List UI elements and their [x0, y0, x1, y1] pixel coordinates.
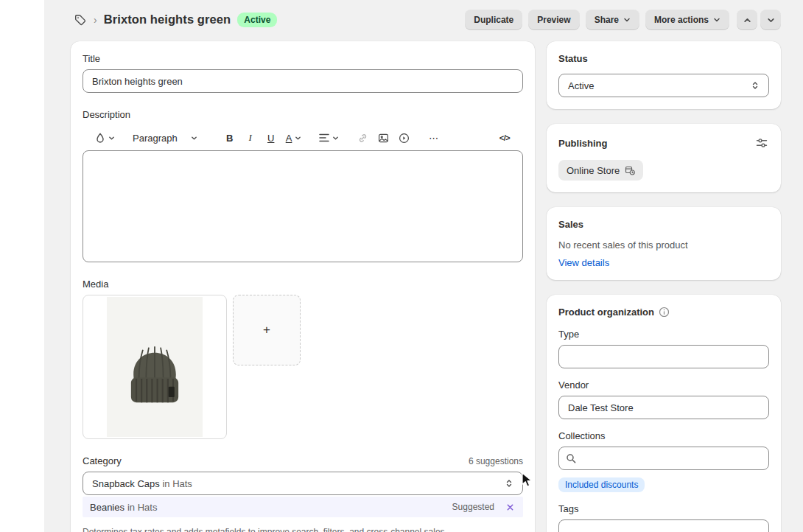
category-help-text: Determines tax rates and adds metafields… — [83, 527, 523, 532]
chevron-down-icon — [767, 16, 775, 24]
next-product-button[interactable] — [760, 10, 781, 30]
preview-button[interactable]: Preview — [528, 10, 579, 30]
video-icon — [399, 133, 410, 144]
manage-publishing-button[interactable] — [754, 136, 769, 150]
included-discounts-chip[interactable]: Included discounts — [558, 477, 645, 492]
chevron-down-icon — [332, 135, 339, 141]
sales-card: Sales No recent sales of this product Vi… — [547, 207, 781, 280]
schedule-icon — [625, 165, 635, 175]
tag-icon — [74, 13, 87, 27]
show-html-button[interactable]: </> — [495, 128, 514, 147]
chevron-down-icon — [191, 135, 197, 141]
vendor-field: Vendor — [558, 379, 769, 419]
text-color-letter: A — [286, 133, 292, 144]
page-header: › Brixton heights green Active Duplicate… — [0, 0, 803, 40]
category-suggestion-row[interactable]: Beanies in Hats Suggested — [83, 497, 523, 517]
format-style-button[interactable] — [91, 128, 119, 147]
suggestion-value: Beanies — [90, 502, 125, 513]
chevron-down-icon — [295, 135, 301, 141]
add-media-button[interactable]: + — [233, 295, 301, 365]
tags-input[interactable] — [558, 519, 769, 532]
title-field: Title — [83, 53, 523, 93]
format-icon — [95, 133, 105, 143]
more-formatting-button[interactable]: ⋯ — [424, 128, 443, 147]
status-select[interactable]: Active — [558, 74, 769, 97]
previous-product-button[interactable] — [737, 10, 757, 30]
publishing-card: Publishing Online Store — [547, 124, 781, 192]
insert-link-button[interactable] — [353, 128, 372, 147]
publishing-card-title: Publishing — [558, 138, 607, 149]
description-editor[interactable] — [83, 150, 523, 262]
sales-card-title: Sales — [558, 219, 769, 230]
collections-search-input[interactable] — [558, 447, 769, 470]
channel-name: Online Store — [567, 165, 620, 176]
category-value: Snapback Caps — [92, 478, 160, 489]
select-caret-icon — [751, 81, 760, 90]
link-icon — [357, 133, 368, 144]
media-label: Media — [83, 279, 523, 290]
online-store-channel-pill[interactable]: Online Store — [558, 160, 643, 181]
status-badge: Active — [237, 13, 277, 27]
align-left-icon — [319, 133, 329, 142]
left-sidebar-strip — [0, 0, 44, 532]
sidebar: Status Active Publishing — [547, 41, 781, 532]
media-list: + — [83, 295, 523, 439]
title-label: Title — [83, 53, 523, 64]
suggestion-context: in Hats — [127, 502, 157, 513]
collections-label: Collections — [558, 430, 769, 441]
alignment-button[interactable] — [315, 128, 343, 147]
suggested-badge: Suggested — [452, 502, 494, 512]
type-label: Type — [558, 329, 769, 340]
product-details-card: Title Description Paragraph — [71, 41, 535, 532]
breadcrumb-separator: › — [94, 14, 97, 26]
category-suggestions-link[interactable]: 6 suggestions — [469, 456, 523, 466]
more-actions-button[interactable]: More actions — [645, 10, 729, 30]
category-context: in Hats — [162, 478, 192, 489]
plus-icon: + — [263, 323, 270, 337]
share-button[interactable]: Share — [586, 10, 639, 30]
paragraph-style-label: Paragraph — [133, 133, 178, 144]
content-layout: Title Description Paragraph — [0, 40, 803, 532]
product-pagination — [737, 10, 781, 30]
chevron-down-icon — [623, 16, 631, 24]
vendor-input[interactable] — [558, 396, 769, 419]
status-card: Status Active — [547, 41, 781, 109]
type-field: Type — [558, 329, 769, 368]
tags-label: Tags — [558, 503, 769, 514]
search-icon — [566, 453, 576, 463]
italic-button[interactable]: I — [241, 128, 260, 147]
status-card-title: Status — [558, 53, 769, 64]
status-value: Active — [568, 80, 594, 91]
sales-message: No recent sales of this product — [558, 239, 769, 251]
organization-card-title: Product organization — [558, 307, 654, 318]
product-photo — [107, 297, 203, 437]
insert-video-button[interactable] — [394, 128, 413, 147]
text-color-button[interactable]: A — [282, 128, 306, 147]
product-organization-card: Product organization Type Vendor C — [547, 295, 781, 532]
underline-button[interactable]: U — [262, 128, 281, 147]
chevron-down-icon — [713, 16, 720, 24]
paragraph-style-dropdown[interactable]: Paragraph — [129, 128, 201, 147]
vendor-label: Vendor — [558, 379, 769, 391]
select-caret-icon — [505, 479, 513, 488]
insert-image-button[interactable] — [374, 128, 393, 147]
view-details-link[interactable]: View details — [558, 257, 609, 268]
category-select[interactable]: Snapback Caps in Hats — [83, 472, 523, 495]
title-input[interactable] — [83, 69, 523, 93]
info-icon[interactable] — [659, 307, 670, 318]
beanie-image — [118, 324, 192, 410]
type-input[interactable] — [558, 345, 769, 368]
media-thumbnail[interactable] — [83, 295, 227, 439]
bold-button[interactable]: B — [220, 128, 239, 147]
media-field: Media + — [83, 279, 523, 439]
category-label: Category — [83, 455, 122, 466]
description-field: Description Paragraph B I U — [83, 109, 523, 262]
close-icon — [506, 503, 514, 511]
image-icon — [378, 133, 389, 144]
dismiss-suggestion-button[interactable] — [505, 502, 516, 513]
rich-text-toolbar: Paragraph B I U A — [83, 125, 523, 150]
header-actions: Duplicate Preview Share More actions — [465, 10, 781, 30]
duplicate-button[interactable]: Duplicate — [465, 10, 522, 30]
chevron-down-icon — [108, 135, 115, 141]
page-title: Brixton heights green — [104, 13, 231, 27]
